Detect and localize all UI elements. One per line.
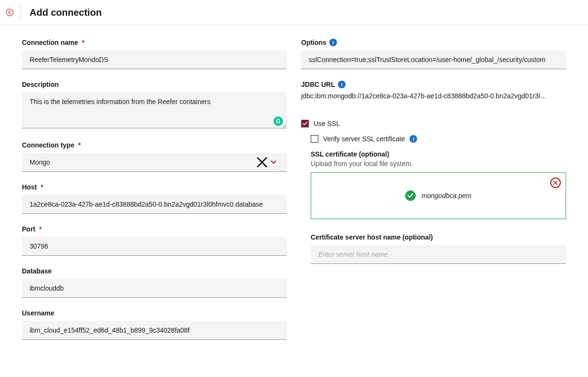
ssl-cert-heading: SSL certificate (optional) bbox=[311, 150, 566, 158]
back-button[interactable] bbox=[6, 5, 21, 20]
close-icon bbox=[256, 157, 268, 168]
info-icon[interactable] bbox=[329, 39, 337, 46]
connection-type-select[interactable]: Mongo bbox=[22, 153, 287, 172]
dropdown-toggle[interactable] bbox=[268, 157, 279, 168]
connection-name-label: Connection name* bbox=[22, 39, 287, 46]
required-asterisk: * bbox=[82, 39, 84, 46]
jdbc-url-field: JDBC URL jdbc:ibm:mongodb://1a2ce8ca-023… bbox=[301, 81, 566, 100]
connection-type-value: Mongo bbox=[30, 158, 256, 166]
database-field: Database bbox=[22, 267, 287, 298]
port-field: Port* bbox=[22, 225, 287, 256]
required-asterisk: * bbox=[41, 183, 43, 191]
username-label: Username bbox=[22, 309, 287, 317]
port-label: Port* bbox=[22, 225, 287, 233]
ssl-cert-help: Upload from your local file system. bbox=[311, 160, 566, 168]
options-label: Options bbox=[301, 39, 566, 46]
remove-file-button[interactable] bbox=[550, 178, 561, 188]
jdbc-url-label: JDBC URL bbox=[301, 81, 566, 88]
options-field: Options bbox=[301, 39, 566, 69]
ssl-subsection: Verify server SSL certificate SSL certif… bbox=[311, 135, 566, 264]
left-column: Connection name* Description Connection … bbox=[22, 39, 287, 351]
chevron-down-icon bbox=[271, 160, 276, 164]
required-asterisk: * bbox=[39, 225, 42, 233]
label-text: Connection type bbox=[22, 141, 74, 149]
port-input[interactable] bbox=[22, 237, 287, 256]
label-text: Port bbox=[22, 225, 35, 233]
right-column: Options JDBC URL jdbc:ibm:mongodb://1a2c… bbox=[301, 39, 566, 351]
ssl-cert-upload-box: mongodbca.pem bbox=[311, 172, 566, 219]
label-text: Options bbox=[301, 39, 326, 46]
verify-ssl-checkbox[interactable] bbox=[311, 135, 318, 143]
connection-name-input[interactable] bbox=[22, 50, 287, 69]
required-asterisk: * bbox=[78, 141, 81, 149]
svg-point-0 bbox=[6, 9, 13, 16]
username-input[interactable] bbox=[22, 321, 287, 340]
checkmark-icon bbox=[303, 122, 307, 126]
cert-host-input[interactable] bbox=[311, 245, 566, 264]
info-icon[interactable] bbox=[410, 135, 417, 143]
clear-selection-button[interactable] bbox=[256, 157, 268, 168]
options-input[interactable] bbox=[301, 50, 566, 69]
use-ssl-label: Use SSL bbox=[314, 120, 340, 127]
cert-host-label: Certificate server host name (optional) bbox=[311, 233, 566, 241]
username-field: Username bbox=[22, 309, 287, 340]
label-text: JDBC URL bbox=[301, 81, 335, 88]
close-icon bbox=[553, 180, 558, 185]
label-text: Connection name bbox=[22, 39, 78, 46]
arrow-left-circle-icon bbox=[6, 7, 14, 18]
use-ssl-checkbox[interactable] bbox=[301, 120, 309, 127]
connection-name-field: Connection name* bbox=[22, 39, 287, 69]
verify-ssl-row: Verify server SSL certificate bbox=[311, 135, 566, 143]
connection-type-field: Connection type* Mongo bbox=[22, 141, 287, 172]
database-input[interactable] bbox=[22, 279, 287, 298]
database-label: Database bbox=[22, 267, 287, 275]
use-ssl-row: Use SSL bbox=[301, 120, 566, 127]
host-label: Host* bbox=[22, 183, 287, 191]
jdbc-url-value: jdbc:ibm:mongodb://1a2ce8ca-023a-427b-ae… bbox=[301, 92, 566, 100]
success-check-icon bbox=[405, 190, 416, 201]
description-label: Description bbox=[22, 81, 287, 88]
grammarly-icon bbox=[273, 116, 283, 126]
top-bar: Add connection bbox=[0, 0, 588, 25]
description-field: Description bbox=[22, 81, 287, 130]
host-input[interactable] bbox=[22, 195, 287, 214]
connection-type-label: Connection type* bbox=[22, 141, 287, 149]
label-text: Host bbox=[22, 183, 37, 191]
description-textarea[interactable] bbox=[22, 92, 287, 128]
uploaded-filename: mongodbca.pem bbox=[421, 192, 471, 199]
page-title: Add connection bbox=[30, 7, 102, 18]
info-icon[interactable] bbox=[338, 81, 346, 88]
checkmark-icon bbox=[408, 193, 413, 198]
verify-ssl-label: Verify server SSL certificate bbox=[323, 135, 405, 143]
form-area: Connection name* Description Connection … bbox=[0, 25, 588, 370]
host-field: Host* bbox=[22, 183, 287, 214]
